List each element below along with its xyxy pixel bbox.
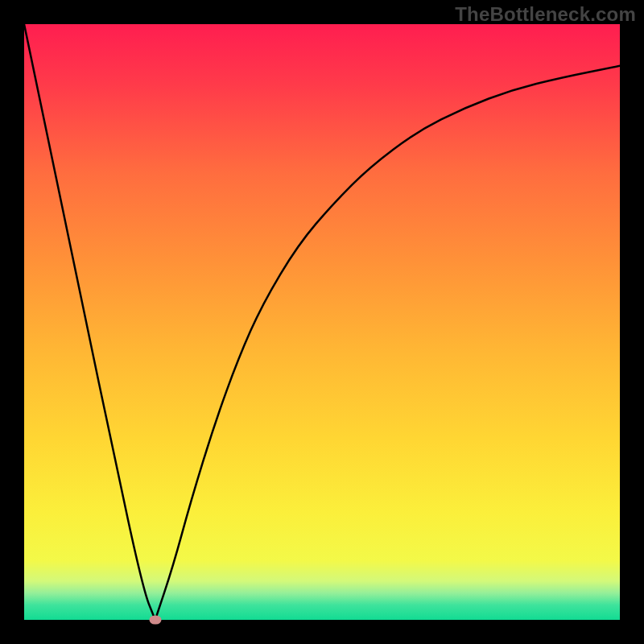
curve-layer xyxy=(24,24,620,620)
optimum-marker xyxy=(149,616,161,625)
chart-root: TheBottleneck.com xyxy=(0,0,644,644)
plot-frame xyxy=(24,24,620,620)
plot-area xyxy=(24,24,620,620)
watermark-text: TheBottleneck.com xyxy=(455,3,636,26)
bottleneck-curve xyxy=(24,24,620,620)
